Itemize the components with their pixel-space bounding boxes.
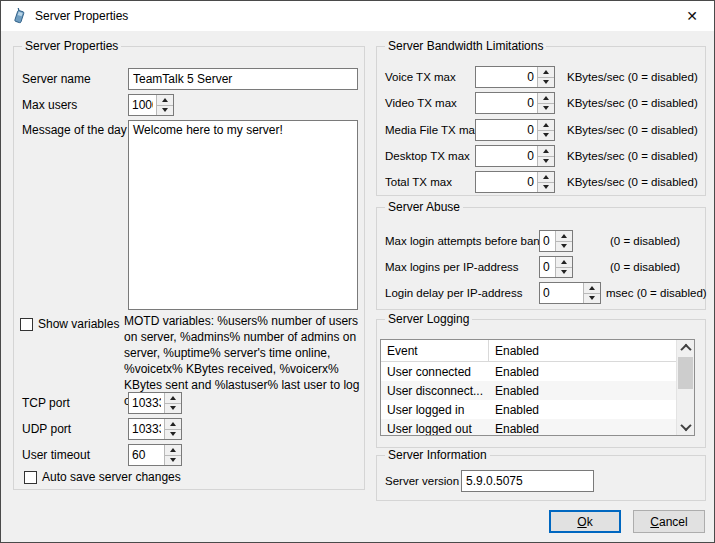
total-tx-input[interactable] <box>476 172 537 192</box>
enabled-cell: Enabled <box>489 365 539 379</box>
desktop-tx-label: Desktop TX max <box>385 150 475 162</box>
max-users-spinbox <box>128 94 174 116</box>
spin-down-button[interactable] <box>538 103 554 114</box>
spin-up-button[interactable] <box>157 95 173 105</box>
spin-down-button[interactable] <box>538 156 554 167</box>
column-header-event[interactable]: Event <box>381 340 488 361</box>
event-cell: User connected <box>381 365 489 379</box>
spin-down-button[interactable] <box>165 403 181 414</box>
table-scrollbar[interactable] <box>676 340 694 435</box>
cancel-button[interactable]: Cancel <box>633 510 705 533</box>
spin-up-button[interactable] <box>165 419 181 429</box>
group-title-server-information: Server Information <box>385 448 490 462</box>
login-delay-row: Login delay per IP-address msec (0 = dis… <box>385 282 697 304</box>
scroll-up-button[interactable] <box>677 340 694 356</box>
auto-save-row: Auto save server changes <box>24 469 344 485</box>
spin-up-button[interactable] <box>165 445 181 455</box>
spin-down-icon <box>170 406 176 410</box>
spin-down-button[interactable] <box>538 130 554 141</box>
group-logging: Server Logging Event Enabled User connec… <box>376 319 706 448</box>
spin-up-icon <box>543 149 549 153</box>
desktop-tx-spinbox <box>475 145 555 167</box>
show-variables-label: Show variables <box>38 317 119 331</box>
mediafile-tx-suffix: KBytes/sec (0 = disabled) <box>567 124 698 136</box>
voice-tx-spinbox <box>475 66 555 88</box>
user-timeout-label: User timeout <box>22 448 128 462</box>
spinner-buttons <box>537 67 554 87</box>
spin-up-icon <box>543 123 549 127</box>
column-header-enabled[interactable]: Enabled <box>488 340 677 361</box>
scrollbar-thumb[interactable] <box>678 357 693 389</box>
table-header: Event Enabled <box>381 340 677 362</box>
spinner-buttons <box>164 393 181 413</box>
spin-down-button[interactable] <box>538 182 554 193</box>
close-icon[interactable]: ✕ <box>686 1 698 31</box>
table-row[interactable]: User connected Enabled <box>381 362 677 381</box>
udp-port-row: UDP port <box>22 418 358 440</box>
spin-up-button[interactable] <box>584 283 600 293</box>
max-login-attempts-label: Max login attempts before ban <box>385 235 539 247</box>
enabled-cell: Enabled <box>489 422 539 436</box>
voice-tx-input[interactable] <box>476 67 537 87</box>
total-tx-row: Total TX max KBytes/sec (0 = disabled) <box>385 171 697 193</box>
spin-down-button[interactable] <box>584 293 600 304</box>
spin-down-icon <box>543 133 549 137</box>
server-name-row: Server name <box>22 68 358 90</box>
max-users-input[interactable] <box>129 95 156 115</box>
spin-up-icon <box>170 422 176 426</box>
spin-up-button[interactable] <box>538 67 554 77</box>
max-login-attempts-row: Max login attempts before ban (0 = disab… <box>385 230 697 252</box>
spin-down-button[interactable] <box>157 105 173 116</box>
max-logins-ip-suffix: (0 = disabled) <box>610 261 680 273</box>
spin-up-button[interactable] <box>538 120 554 130</box>
spin-up-button[interactable] <box>538 93 554 103</box>
show-variables-checkbox[interactable] <box>20 318 33 331</box>
tcp-port-row: TCP port <box>22 392 358 414</box>
event-cell: User logged out <box>381 422 489 436</box>
spin-up-button[interactable] <box>538 146 554 156</box>
tcp-port-input[interactable] <box>129 393 164 413</box>
max-login-attempts-input[interactable] <box>540 231 555 251</box>
server-name-input[interactable] <box>128 68 358 90</box>
mediafile-tx-input[interactable] <box>476 120 537 140</box>
table-row[interactable]: User logged in Enabled <box>381 400 677 419</box>
user-timeout-input[interactable] <box>129 445 164 465</box>
ok-button[interactable]: Ok <box>549 510 621 533</box>
login-delay-input[interactable] <box>540 283 583 303</box>
cancel-button-label: Cancel <box>650 515 687 529</box>
spin-down-button[interactable] <box>165 455 181 466</box>
video-tx-input[interactable] <box>476 93 537 113</box>
user-timeout-row: User timeout <box>22 444 358 466</box>
spin-up-button[interactable] <box>165 393 181 403</box>
scroll-down-button[interactable] <box>677 419 694 435</box>
server-version-row: Server version <box>385 470 697 492</box>
spin-down-button[interactable] <box>556 241 572 252</box>
motd-textarea[interactable]: Welcome here to my server! <box>128 120 358 310</box>
spin-down-icon <box>589 296 595 300</box>
spin-down-button[interactable] <box>538 77 554 88</box>
spin-up-button[interactable] <box>556 257 572 267</box>
group-title-server-properties: Server Properties <box>22 39 121 53</box>
video-tx-suffix: KBytes/sec (0 = disabled) <box>567 97 698 109</box>
spin-down-button[interactable] <box>165 429 181 440</box>
group-title-logging: Server Logging <box>385 312 472 326</box>
mediafile-tx-label: Media File TX max <box>385 124 475 136</box>
desktop-tx-input[interactable] <box>476 146 537 166</box>
spin-up-button[interactable] <box>556 231 572 241</box>
window-title: Server Properties <box>35 1 128 31</box>
udp-port-input[interactable] <box>129 419 164 439</box>
voice-tx-suffix: KBytes/sec (0 = disabled) <box>567 71 698 83</box>
auto-save-checkbox[interactable] <box>24 471 37 484</box>
spinner-buttons <box>537 146 554 166</box>
spin-down-button[interactable] <box>556 267 572 278</box>
spin-up-icon <box>561 234 567 238</box>
ok-button-label: Ok <box>577 515 592 529</box>
table-row[interactable]: User disconnect... Enabled <box>381 381 677 400</box>
video-tx-label: Video TX max <box>385 97 475 109</box>
server-version-input[interactable] <box>461 470 594 492</box>
spin-up-icon <box>543 96 549 100</box>
table-row[interactable]: User logged out Enabled <box>381 419 677 436</box>
spin-up-button[interactable] <box>538 172 554 182</box>
tcp-port-spinbox <box>128 392 182 414</box>
max-logins-ip-input[interactable] <box>540 257 555 277</box>
